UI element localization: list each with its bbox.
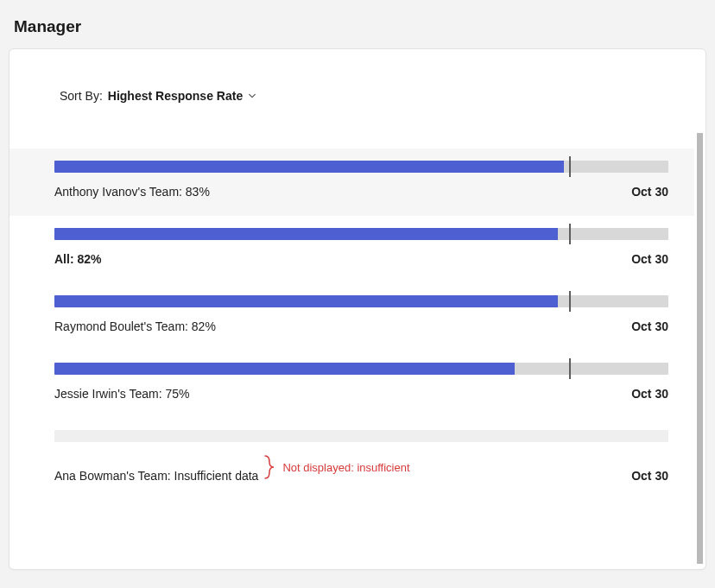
row-label-wrap: All: 82% (54, 252, 101, 266)
reference-marker (569, 358, 571, 379)
scrollbar-thumb[interactable] (697, 133, 703, 564)
chevron-down-icon (248, 92, 256, 100)
row-label-wrap: Anthony Ivanov's Team: 83% (54, 185, 210, 199)
team-list: Anthony Ivanov's Team: 83%Oct 30All: 82%… (9, 130, 694, 569)
response-bar (54, 228, 668, 240)
insufficient-annotation-text: Not displayed: insufficient (282, 461, 409, 474)
response-bar-fill (54, 228, 558, 240)
brace-icon (263, 454, 275, 480)
sort-control: Sort By: Highest Response Rate (60, 89, 697, 103)
team-row[interactable]: Ana Bowman's Team: Insufficient dataNot … (9, 418, 694, 500)
team-row[interactable]: Jessie Irwin's Team: 75%Oct 30 (9, 351, 694, 418)
row-meta: Jessie Irwin's Team: 75%Oct 30 (54, 387, 668, 401)
insufficient-annotation: Not displayed: insufficient (263, 454, 409, 480)
row-meta: All: 82%Oct 30 (54, 252, 668, 266)
row-label-wrap: Jessie Irwin's Team: 75% (54, 387, 189, 401)
scrollbar[interactable] (694, 130, 706, 569)
team-label: Raymond Boulet's Team: 82% (54, 319, 216, 333)
team-row[interactable]: All: 82%Oct 30 (9, 216, 694, 283)
row-meta: Anthony Ivanov's Team: 83%Oct 30 (54, 185, 668, 199)
row-label-wrap: Ana Bowman's Team: Insufficient dataNot … (54, 454, 410, 483)
row-meta: Ana Bowman's Team: Insufficient dataNot … (54, 454, 668, 483)
response-bar (54, 295, 668, 307)
sort-selected-value: Highest Response Rate (108, 89, 243, 103)
row-meta: Raymond Boulet's Team: 82%Oct 30 (54, 319, 668, 333)
row-label-wrap: Raymond Boulet's Team: 82% (54, 319, 216, 333)
row-date: Oct 30 (631, 469, 668, 483)
response-bar-fill (54, 295, 558, 307)
row-date: Oct 30 (631, 387, 668, 401)
response-bar-fill (54, 161, 564, 173)
reference-marker (569, 156, 571, 177)
sort-dropdown[interactable]: Highest Response Rate (108, 89, 256, 103)
response-bar (54, 430, 668, 442)
card-header: Sort By: Highest Response Rate (9, 49, 706, 130)
manager-response-card: Sort By: Highest Response Rate Anthony I… (9, 48, 706, 570)
row-date: Oct 30 (631, 185, 668, 199)
team-label: Anthony Ivanov's Team: 83% (54, 185, 210, 199)
team-label: Jessie Irwin's Team: 75% (54, 387, 189, 401)
response-bar (54, 363, 668, 375)
team-row[interactable]: Raymond Boulet's Team: 82%Oct 30 (9, 283, 694, 351)
team-row[interactable]: Anthony Ivanov's Team: 83%Oct 30 (9, 149, 694, 216)
response-bar (54, 161, 668, 173)
page-title: Manager (14, 17, 706, 36)
sort-by-label: Sort By: (60, 89, 103, 103)
reference-marker (569, 291, 571, 312)
row-date: Oct 30 (631, 319, 668, 333)
row-date: Oct 30 (631, 252, 668, 266)
team-label: All: 82% (54, 252, 101, 266)
reference-marker (569, 224, 571, 244)
response-bar-fill (54, 363, 515, 375)
team-label: Ana Bowman's Team: Insufficient data (54, 469, 258, 483)
